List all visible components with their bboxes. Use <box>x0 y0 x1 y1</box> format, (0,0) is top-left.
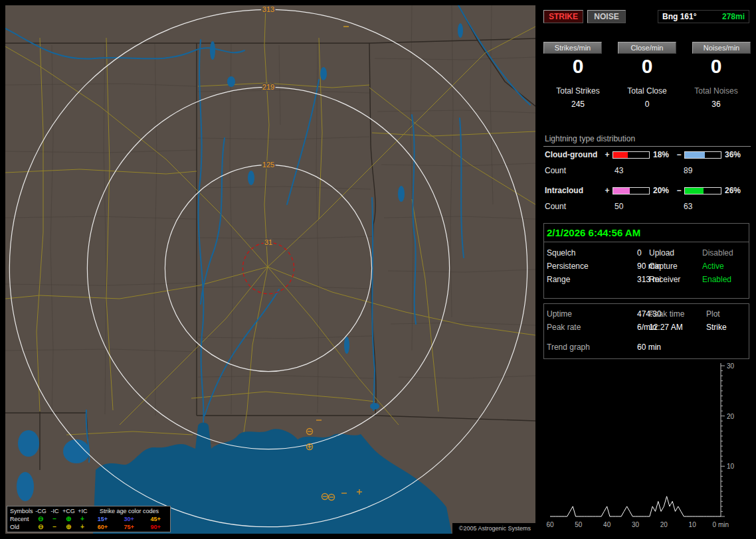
legend-age-title: Strike age color codes <box>90 507 169 515</box>
age-60: 60+ <box>89 523 116 531</box>
rate-values-row: 0 0 0 <box>543 56 751 77</box>
datetime-display: 2/1/2026 6:44:56 AM <box>544 224 749 242</box>
range-ring-label: 31 <box>264 238 272 246</box>
ic-negative-bar <box>684 187 721 194</box>
ic-negative-bar-fill <box>685 188 704 194</box>
noises-per-min-value: 0 <box>682 56 751 77</box>
rate-buttons-row: Strikes/min Close/min Noises/min <box>543 42 751 54</box>
status-row-range: Range 313 mi Receiver Enabled <box>544 273 749 286</box>
legend-old-row: Old ⊖ − ⊕ + 60+ 75+ 90+ <box>9 523 169 531</box>
cg-negative-bar-fill <box>685 152 705 158</box>
svg-text:40: 40 <box>603 521 611 528</box>
age-90: 90+ <box>142 523 169 531</box>
total-strikes-value: 245 <box>543 100 613 109</box>
ic-positive-pct: 20% <box>651 186 675 195</box>
cloud-ground-label: Cloud-ground <box>543 150 603 159</box>
trend-graph-value: 60 min <box>637 341 661 354</box>
status-row-squelch: Squelch 0 Upload Disabled <box>544 246 749 260</box>
strike-mode-button[interactable]: STRIKE <box>543 10 583 23</box>
count-label: Count <box>545 202 566 211</box>
cg-positive-pct: 18% <box>651 150 675 159</box>
total-noises-value: 36 <box>682 100 751 109</box>
session-row-1: Uptime 474:30 Peak time Plot <box>544 307 749 321</box>
age-30: 30+ <box>116 515 142 523</box>
nexstorm-window: 313 219 125 31 Symbols -CG -IC +CG +IC S… <box>0 0 756 539</box>
status-row-persistence: Persistence 90 min Capture Active <box>544 260 749 273</box>
session-row-2: Peak rate 6/min 12:27 AM Strike <box>544 321 749 334</box>
legend-recent-label: Recent <box>9 515 34 523</box>
peak-time-value: 12:27 AM <box>649 321 683 334</box>
old-cg-neg-icon: ⊖ <box>34 523 48 531</box>
noises-per-min-button[interactable]: Noises/min <box>692 42 751 54</box>
status-box: 2/1/2026 6:44:56 AM Squelch 0 Upload Dis… <box>543 223 749 299</box>
total-noises-label: Total Noises <box>682 86 751 96</box>
squelch-value: 0 <box>637 246 642 260</box>
total-close-label: Total Close <box>613 86 682 96</box>
recent-ic-neg-icon: − <box>48 515 62 523</box>
session-row-3: Trend graph 60 min <box>544 341 749 354</box>
svg-text:30: 30 <box>727 362 735 370</box>
map-canvas: 313 219 125 31 <box>5 5 535 534</box>
svg-text:0 min: 0 min <box>713 521 729 528</box>
distance-value: 278mi <box>722 12 745 21</box>
legend-col-cg-neg: -CG <box>34 507 48 515</box>
old-ic-neg-icon: − <box>48 523 62 531</box>
ic-positive-bar <box>613 187 650 194</box>
age-75: 75+ <box>116 523 142 531</box>
range-ring-label: 313 <box>262 5 274 13</box>
intracloud-label: Intracloud <box>543 186 603 195</box>
strike-legend: Symbols -CG -IC +CG +IC Strike age color… <box>7 506 171 532</box>
range-label: Range <box>547 273 570 286</box>
total-close-value: 0 <box>613 100 682 109</box>
uptime-label: Uptime <box>547 307 572 321</box>
session-box: Uptime 474:30 Peak time Plot Peak rate 6… <box>543 303 749 359</box>
recent-cg-pos-icon: ⊕ <box>62 515 76 523</box>
old-cg-pos-icon: ⊕ <box>62 523 76 531</box>
cg-positive-bar-fill <box>613 152 628 158</box>
bearing-value: Bng 161° <box>662 12 696 21</box>
intracloud-row: Intracloud + 20% − 26% <box>543 186 751 195</box>
sidebar: STRIKE NOISE Bng 161° 278mi Strikes/min … <box>543 5 751 534</box>
ic-positive-count: 50 <box>614 202 623 211</box>
age-15: 15+ <box>89 515 116 523</box>
plot-value: Strike <box>706 321 727 334</box>
minus-sign: − <box>675 150 683 159</box>
totals-labels-row: Total Strikes Total Close Total Noises <box>543 86 751 96</box>
strikes-per-min-button[interactable]: Strikes/min <box>543 42 602 54</box>
legend-symbols-label: Symbols <box>9 507 34 515</box>
cg-positive-count: 43 <box>614 166 623 175</box>
bearing-readout: Bng 161° 278mi <box>658 10 749 23</box>
svg-text:10: 10 <box>689 521 697 528</box>
peak-time-label: Peak time <box>649 307 684 321</box>
plot-label: Plot <box>706 307 720 321</box>
ic-positive-bar-fill <box>613 188 630 194</box>
ic-negative-count: 63 <box>684 202 692 211</box>
intracloud-count-row: Count 50 63 <box>543 202 751 211</box>
map-panel[interactable]: 313 219 125 31 Symbols -CG -IC +CG +IC S… <box>5 5 535 534</box>
svg-text:30: 30 <box>632 521 640 528</box>
plus-sign: + <box>603 150 611 159</box>
total-strikes-label: Total Strikes <box>543 86 613 96</box>
capture-label: Capture <box>649 260 678 273</box>
trend-graph: 3020106050403020100 min <box>543 360 751 534</box>
close-per-min-value: 0 <box>613 56 682 77</box>
close-per-min-button[interactable]: Close/min <box>618 42 676 54</box>
persistence-label: Persistence <box>547 260 589 273</box>
cg-positive-bar <box>613 151 650 159</box>
upload-status: Disabled <box>702 246 733 260</box>
svg-text:50: 50 <box>575 521 583 528</box>
receiver-label: Receiver <box>649 273 680 286</box>
range-ring-label: 219 <box>262 83 274 91</box>
cg-negative-bar <box>684 151 721 159</box>
count-label: Count <box>545 166 566 175</box>
upload-label: Upload <box>649 246 674 260</box>
distribution-title: Lightning type distribution <box>543 134 751 147</box>
legend-col-cg-pos: +CG <box>62 507 76 515</box>
totals-values-row: 245 0 36 <box>543 100 751 109</box>
legend-recent-row: Recent ⊖ − ⊕ + 15+ 30+ 45+ <box>9 515 169 523</box>
svg-text:20: 20 <box>727 413 735 420</box>
plus-sign: + <box>603 186 611 195</box>
noise-mode-button[interactable]: NOISE <box>587 10 626 23</box>
minus-sign: − <box>675 186 683 195</box>
range-ring-label: 125 <box>262 161 274 169</box>
